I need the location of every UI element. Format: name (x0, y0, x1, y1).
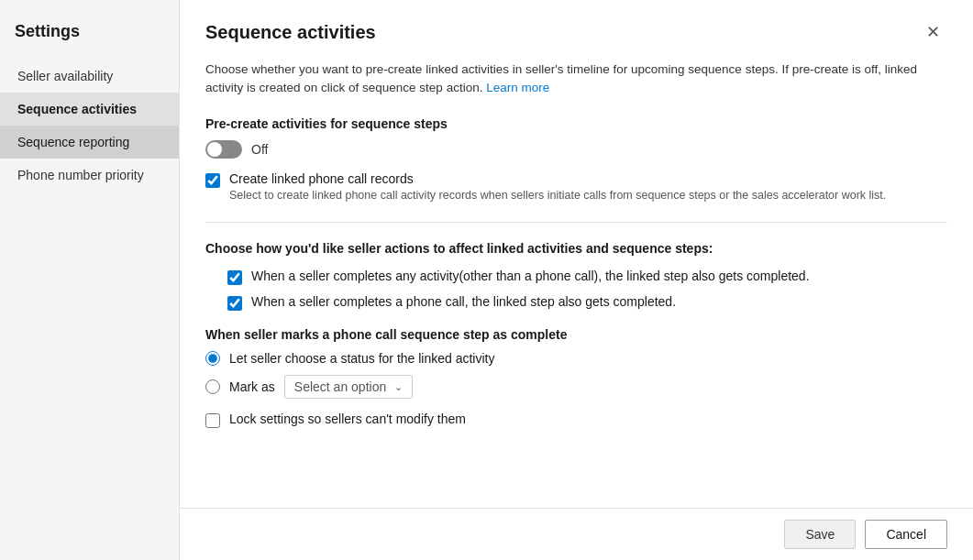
learn-more-link[interactable]: Learn more (486, 81, 549, 94)
lock-label: Lock settings so sellers can't modify th… (229, 412, 466, 426)
description-text: Choose whether you want to pre-create li… (205, 60, 947, 98)
divider (205, 222, 947, 223)
app-container: Settings Seller availability Sequence ac… (0, 0, 973, 560)
close-button[interactable]: ✕ (919, 18, 947, 46)
radio2-row: Mark as Select an option ⌄ (205, 375, 947, 399)
pre-create-label: Pre-create activities for sequence steps (205, 116, 947, 131)
activity-complete-row: When a seller completes any activity(oth… (227, 269, 947, 285)
section-question: Choose how you'd like seller actions to … (205, 241, 947, 256)
checkbox2-label: When a seller completes any activity(oth… (251, 269, 810, 283)
panel-header: Sequence activities ✕ (180, 0, 973, 46)
sidebar: Settings Seller availability Sequence ac… (0, 0, 180, 560)
phone-call-complete-checkbox[interactable] (227, 296, 242, 311)
phone-call-complete-row: When a seller completes a phone call, th… (227, 294, 947, 311)
checkbox3-label: When a seller completes a phone call, th… (251, 294, 676, 309)
chevron-down-icon: ⌄ (394, 381, 403, 393)
radio2-input[interactable] (205, 379, 220, 394)
cancel-button[interactable]: Cancel (865, 520, 947, 549)
radio1-input[interactable] (205, 351, 220, 366)
lock-settings-checkbox[interactable] (205, 413, 220, 428)
activity-complete-checkbox[interactable] (227, 270, 242, 285)
panel-title: Sequence activities (205, 22, 376, 43)
checkbox-indent-group: When a seller completes any activity(oth… (205, 269, 947, 311)
main-content: Sequence activities ✕ Choose whether you… (180, 0, 973, 560)
sidebar-item-sequence-activities[interactable]: Sequence activities (0, 93, 179, 126)
panel-body: Choose whether you want to pre-create li… (180, 46, 973, 508)
radio1-row: Let seller choose a status for the linke… (205, 351, 947, 366)
toggle-state-label: Off (251, 142, 268, 157)
sidebar-item-sequence-reporting[interactable]: Sequence reporting (0, 126, 179, 159)
sidebar-title: Settings (0, 7, 179, 60)
dropdown-placeholder: Select an option (294, 379, 386, 394)
panel-footer: Save Cancel (180, 508, 973, 560)
radio2-label: Mark as (229, 379, 275, 394)
save-button[interactable]: Save (784, 520, 856, 549)
create-phone-records-checkbox[interactable] (205, 173, 220, 188)
create-phone-records-row: Create linked phone call records Select … (205, 171, 947, 204)
sidebar-item-phone-number-priority[interactable]: Phone number priority (0, 159, 179, 192)
sidebar-item-seller-availability[interactable]: Seller availability (0, 60, 179, 93)
checkbox1-sub: Select to create linked phone call activ… (229, 188, 886, 204)
mark-as-dropdown[interactable]: Select an option ⌄ (284, 375, 413, 399)
checkbox1-label: Create linked phone call records (229, 171, 886, 186)
lock-settings-row: Lock settings so sellers can't modify th… (205, 412, 947, 428)
toggle-row: Off (205, 140, 947, 159)
radio1-label: Let seller choose a status for the linke… (229, 351, 494, 366)
pre-create-toggle[interactable] (205, 140, 242, 159)
phone-call-section-title: When seller marks a phone call sequence … (205, 327, 947, 342)
